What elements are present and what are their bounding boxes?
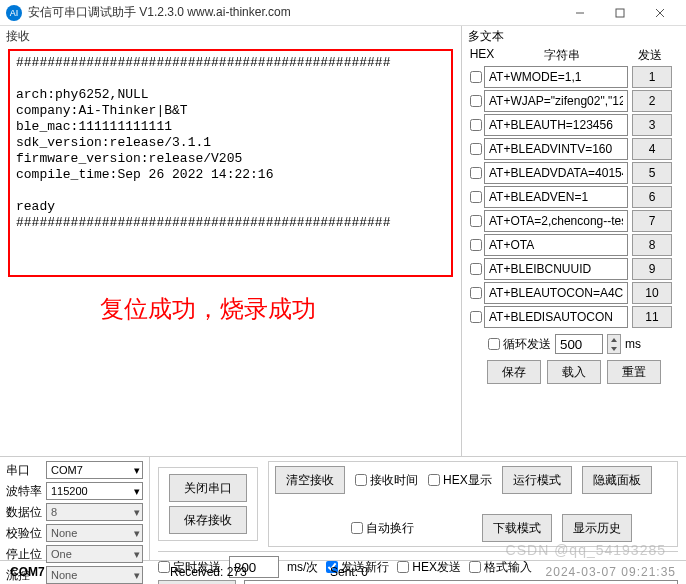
download-mode-button[interactable]: 下载模式 xyxy=(482,514,552,542)
parity-select[interactable]: None▾ xyxy=(46,524,143,542)
multi-row: 2 xyxy=(468,90,680,112)
baud-label: 波特率 xyxy=(6,483,46,500)
multi-row: 3 xyxy=(468,114,680,136)
multi-text-input-6[interactable] xyxy=(484,186,628,208)
multi-send-button-10[interactable]: 10 xyxy=(632,282,672,304)
save-receive-button[interactable]: 保存接收 xyxy=(169,506,247,534)
multi-text-input-10[interactable] xyxy=(484,282,628,304)
baud-select[interactable]: 115200▾ xyxy=(46,482,143,500)
multi-row: 1 xyxy=(468,66,680,88)
multi-text-input-5[interactable] xyxy=(484,162,628,184)
multi-row: 7 xyxy=(468,210,680,232)
svg-marker-4 xyxy=(611,338,617,342)
show-history-button[interactable]: 显示历史 xyxy=(562,514,632,542)
multi-hex-checkbox-2[interactable] xyxy=(470,95,482,107)
stopbits-select[interactable]: One▾ xyxy=(46,545,143,563)
multi-send-button-4[interactable]: 4 xyxy=(632,138,672,160)
hide-panel-button[interactable]: 隐藏面板 xyxy=(582,466,652,494)
reset-button[interactable]: 重置 xyxy=(607,360,661,384)
receive-textarea[interactable]: ########################################… xyxy=(8,49,453,277)
status-time: 2024-03-07 09:21:35 xyxy=(450,565,676,579)
multi-row: 8 xyxy=(468,234,680,256)
multi-send-button-1[interactable]: 1 xyxy=(632,66,672,88)
string-header: 字符串 xyxy=(496,47,628,64)
multi-hex-checkbox-9[interactable] xyxy=(470,263,482,275)
multitext-label: 多文本 xyxy=(468,26,680,47)
multi-send-button-11[interactable]: 11 xyxy=(632,306,672,328)
app-icon: AI xyxy=(6,5,22,21)
port-select[interactable]: COM7▾ xyxy=(46,461,143,479)
status-sent: Sent: 0 xyxy=(330,565,450,579)
send-button[interactable]: 发送 xyxy=(158,580,236,584)
auto-wrap-checkbox[interactable] xyxy=(351,522,363,534)
save-button[interactable]: 保存 xyxy=(487,360,541,384)
close-port-button[interactable]: 关闭串口 xyxy=(169,474,247,502)
multi-send-button-3[interactable]: 3 xyxy=(632,114,672,136)
multi-row: 10 xyxy=(468,282,680,304)
multi-text-input-9[interactable] xyxy=(484,258,628,280)
annotation-text: 复位成功，烧录成功 xyxy=(0,279,461,325)
multi-text-input-7[interactable] xyxy=(484,210,628,232)
multi-send-button-9[interactable]: 9 xyxy=(632,258,672,280)
multi-text-input-3[interactable] xyxy=(484,114,628,136)
chevron-down-icon: ▾ xyxy=(134,569,140,582)
send-header: 发送 xyxy=(628,47,672,64)
multi-row: 4 xyxy=(468,138,680,160)
loop-send-checkbox[interactable] xyxy=(488,338,500,350)
multi-hex-checkbox-8[interactable] xyxy=(470,239,482,251)
databits-label: 数据位 xyxy=(6,504,46,521)
loop-send-label: 循环发送 xyxy=(503,336,551,353)
multi-hex-checkbox-6[interactable] xyxy=(470,191,482,203)
ms-label: ms xyxy=(625,337,641,351)
chevron-down-icon: ▾ xyxy=(134,485,140,498)
run-mode-button[interactable]: 运行模式 xyxy=(502,466,572,494)
multi-text-input-11[interactable] xyxy=(484,306,628,328)
databits-select[interactable]: 8▾ xyxy=(46,503,143,521)
minimize-button[interactable] xyxy=(560,3,600,23)
multi-row: 9 xyxy=(468,258,680,280)
loop-interval-input[interactable] xyxy=(555,334,603,354)
titlebar: AI 安信可串口调试助手 V1.2.3.0 www.ai-thinker.com xyxy=(0,0,686,26)
multi-hex-checkbox-3[interactable] xyxy=(470,119,482,131)
status-received: Received: 273 xyxy=(170,565,330,579)
multi-hex-checkbox-4[interactable] xyxy=(470,143,482,155)
multi-text-input-2[interactable] xyxy=(484,90,628,112)
window-title: 安信可串口调试助手 V1.2.3.0 www.ai-thinker.com xyxy=(28,4,560,21)
load-button[interactable]: 载入 xyxy=(547,360,601,384)
loop-interval-spinner[interactable] xyxy=(607,334,621,354)
port-label: 串口 xyxy=(6,462,46,479)
svg-rect-1 xyxy=(616,9,624,17)
multi-hex-checkbox-5[interactable] xyxy=(470,167,482,179)
multi-row: 11 xyxy=(468,306,680,328)
multi-text-input-1[interactable] xyxy=(484,66,628,88)
svg-marker-5 xyxy=(611,347,617,351)
chevron-down-icon: ▾ xyxy=(134,527,140,540)
receive-label: 接收 xyxy=(0,26,461,47)
multi-hex-checkbox-7[interactable] xyxy=(470,215,482,227)
chevron-down-icon: ▾ xyxy=(134,548,140,561)
send-text-input[interactable] xyxy=(244,580,678,584)
multi-hex-checkbox-1[interactable] xyxy=(470,71,482,83)
multi-row: 6 xyxy=(468,186,680,208)
multi-text-input-4[interactable] xyxy=(484,138,628,160)
multi-send-button-7[interactable]: 7 xyxy=(632,210,672,232)
multi-hex-checkbox-10[interactable] xyxy=(470,287,482,299)
close-button[interactable] xyxy=(640,3,680,23)
multi-text-input-8[interactable] xyxy=(484,234,628,256)
hex-header: HEX xyxy=(468,47,496,64)
flow-select[interactable]: None▾ xyxy=(46,566,143,584)
multi-row: 5 xyxy=(468,162,680,184)
multi-send-button-2[interactable]: 2 xyxy=(632,90,672,112)
rx-time-checkbox[interactable] xyxy=(355,474,367,486)
multi-send-button-8[interactable]: 8 xyxy=(632,234,672,256)
hex-show-checkbox[interactable] xyxy=(428,474,440,486)
chevron-down-icon: ▾ xyxy=(134,464,140,477)
chevron-down-icon: ▾ xyxy=(134,506,140,519)
multi-send-button-6[interactable]: 6 xyxy=(632,186,672,208)
maximize-button[interactable] xyxy=(600,3,640,23)
parity-label: 校验位 xyxy=(6,525,46,542)
multi-send-button-5[interactable]: 5 xyxy=(632,162,672,184)
multi-hex-checkbox-11[interactable] xyxy=(470,311,482,323)
clear-receive-button[interactable]: 清空接收 xyxy=(275,466,345,494)
stopbits-label: 停止位 xyxy=(6,546,46,563)
